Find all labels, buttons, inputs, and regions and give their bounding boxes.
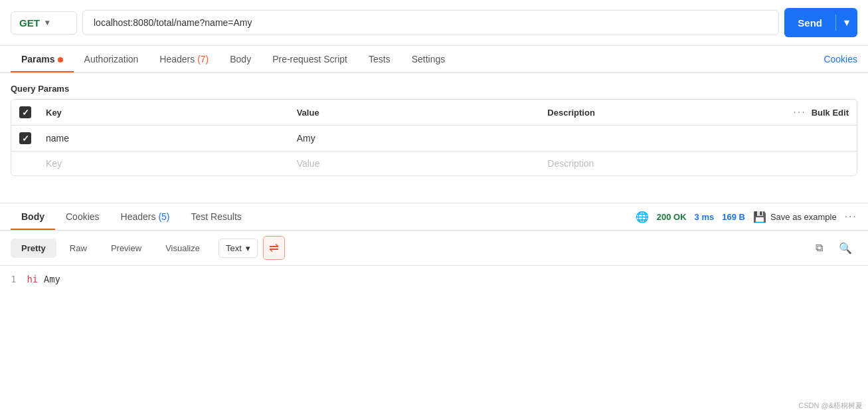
send-chevron-icon: ▾	[836, 17, 857, 29]
header-checkbox[interactable]: ✓	[19, 106, 31, 118]
placeholder-description[interactable]: Description	[539, 152, 790, 175]
param-key[interactable]: name	[38, 126, 289, 150]
header-checkbox-cell: ✓	[11, 100, 38, 125]
tab-body[interactable]: Body	[219, 46, 262, 72]
row-checkbox[interactable]: ✓	[19, 132, 31, 144]
response-size: 169 B	[722, 212, 745, 222]
response-toolbar: Pretty Raw Preview Visualize Text ▾ ⇌ ⧉ …	[0, 231, 868, 266]
params-section: Query Params ✓ Key Value Description ···…	[0, 73, 868, 176]
globe-icon: 🌐	[636, 211, 649, 223]
method-chevron: ▾	[45, 18, 49, 27]
tab-prerequest[interactable]: Pre-request Script	[262, 46, 358, 72]
tab-tests[interactable]: Tests	[358, 46, 401, 72]
format-chevron-icon: ▾	[246, 243, 250, 253]
response-time: 3 ms	[695, 212, 715, 222]
header-description: Description	[539, 101, 790, 124]
format-select[interactable]: Text ▾	[218, 239, 258, 258]
search-button[interactable]: 🔍	[833, 239, 857, 257]
tab-params[interactable]: Params	[11, 46, 74, 72]
query-params-title: Query Params	[11, 84, 857, 94]
view-btn-preview[interactable]: Preview	[100, 239, 152, 258]
placeholder-value[interactable]: Value	[289, 152, 540, 175]
response-value: Amy	[38, 274, 60, 284]
more-options-icon[interactable]: ···	[845, 211, 857, 223]
save-icon: 💾	[753, 211, 766, 223]
tab-settings[interactable]: Settings	[401, 46, 456, 72]
view-btn-pretty[interactable]: Pretty	[11, 239, 56, 258]
top-bar: GET ▾ Send ▾	[0, 0, 868, 46]
cookies-link[interactable]: Cookies	[824, 54, 857, 64]
tab-headers[interactable]: Headers (7)	[149, 46, 219, 72]
send-button[interactable]: Send ▾	[784, 8, 857, 37]
response-status: 200 OK	[657, 212, 687, 222]
url-input[interactable]	[82, 10, 779, 35]
response-tabs-bar: Body Cookies Headers (5) Test Results 🌐 …	[0, 203, 868, 231]
wrap-button[interactable]: ⇌	[263, 236, 285, 260]
response-tab-headers[interactable]: Headers (5)	[110, 203, 181, 230]
copy-button[interactable]: ⧉	[810, 239, 828, 257]
line-number: 1	[11, 274, 16, 284]
params-dot	[58, 57, 63, 62]
header-value: Value	[289, 101, 540, 124]
three-dots-icon[interactable]: ···	[793, 106, 806, 118]
save-example-button[interactable]: 💾 Save as example	[753, 211, 837, 223]
method-select[interactable]: GET ▾	[11, 11, 77, 35]
send-label: Send	[784, 17, 835, 29]
param-description[interactable]	[539, 132, 790, 145]
param-placeholder-row: Key Value Description	[11, 152, 857, 175]
params-header-row: ✓ Key Value Description ··· Bulk Edit	[11, 100, 857, 126]
response-tab-testresults[interactable]: Test Results	[181, 203, 252, 230]
header-key: Key	[38, 101, 289, 124]
view-btn-raw[interactable]: Raw	[59, 239, 98, 258]
row-checkbox-cell: ✓	[11, 126, 38, 151]
view-btn-visualize[interactable]: Visualize	[155, 239, 211, 258]
response-tab-body[interactable]: Body	[11, 203, 55, 230]
response-body: 1hi Amy	[0, 266, 868, 292]
bulk-edit-button[interactable]: Bulk Edit	[812, 108, 849, 118]
params-table: ✓ Key Value Description ··· Bulk Edit ✓ …	[11, 99, 857, 176]
response-keyword: hi	[27, 274, 38, 284]
response-tab-cookies[interactable]: Cookies	[55, 203, 110, 230]
tab-authorization[interactable]: Authorization	[74, 46, 149, 72]
param-row-name: ✓ name Amy	[11, 126, 857, 152]
response-meta: 🌐 200 OK 3 ms 169 B 💾 Save as example ··…	[636, 211, 857, 223]
placeholder-key[interactable]: Key	[38, 152, 289, 175]
bulk-edit-cell: ··· Bulk Edit	[790, 106, 857, 118]
method-label: GET	[19, 17, 40, 29]
tabs-bar: Params Authorization Headers (7) Body Pr…	[0, 46, 868, 73]
param-value[interactable]: Amy	[289, 126, 540, 150]
bottom-section: Body Cookies Headers (5) Test Results 🌐 …	[0, 203, 868, 292]
